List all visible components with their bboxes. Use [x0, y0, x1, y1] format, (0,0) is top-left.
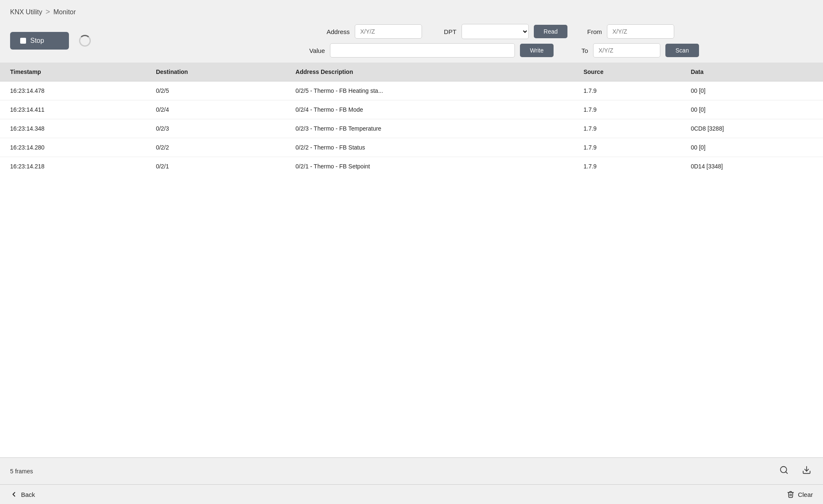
frames-count: 5 frames	[10, 468, 33, 475]
trash-icon	[787, 491, 794, 498]
from-label: From	[572, 28, 602, 35]
table-row: 16:23:14.2800/2/20/2/2 - Thermo - FB Sta…	[0, 138, 823, 157]
cell-timestamp: 16:23:14.411	[0, 100, 146, 119]
back-arrow-icon	[10, 491, 18, 498]
cell-address_description: 0/2/4 - Thermo - FB Mode	[285, 100, 573, 119]
cell-destination: 0/2/1	[146, 157, 285, 176]
clear-button[interactable]: Clear	[787, 491, 813, 498]
cell-destination: 0/2/2	[146, 138, 285, 157]
to-label: To	[559, 47, 588, 54]
cell-source: 1.7.9	[573, 119, 681, 138]
cell-source: 1.7.9	[573, 138, 681, 157]
cell-timestamp: 16:23:14.478	[0, 81, 146, 100]
cell-address_description: 0/2/5 - Thermo - FB Heating sta...	[285, 81, 573, 100]
col-source: Source	[573, 63, 681, 81]
cell-timestamp: 16:23:14.348	[0, 119, 146, 138]
cell-destination: 0/2/3	[146, 119, 285, 138]
address-label: Address	[320, 28, 350, 35]
cell-data: 00 [0]	[681, 138, 823, 157]
cell-data: 0CD8 [3288]	[681, 119, 823, 138]
bottom-bar: Back Clear	[0, 484, 823, 504]
address-controls: Address DPT Read From Value Write To Sca…	[98, 24, 813, 58]
footer-icons	[778, 464, 813, 478]
cell-data: 00 [0]	[681, 100, 823, 119]
stop-icon	[20, 38, 26, 44]
table-header-row: Timestamp Destination Address Descriptio…	[0, 63, 823, 81]
table-row: 16:23:14.2180/2/10/2/1 - Thermo - FB Set…	[0, 157, 823, 176]
stop-button[interactable]: Stop	[10, 32, 69, 50]
scan-button[interactable]: Scan	[665, 44, 699, 57]
table-row: 16:23:14.3480/2/30/2/3 - Thermo - FB Tem…	[0, 119, 823, 138]
stop-label: Stop	[30, 37, 44, 45]
cell-address_description: 0/2/3 - Thermo - FB Temperature	[285, 119, 573, 138]
read-button[interactable]: Read	[534, 25, 567, 38]
cell-address_description: 0/2/2 - Thermo - FB Status	[285, 138, 573, 157]
page-title: Monitor	[53, 8, 76, 16]
cell-source: 1.7.9	[573, 157, 681, 176]
cell-destination: 0/2/5	[146, 81, 285, 100]
app-name: KNX Utility	[10, 8, 42, 16]
table-row: 16:23:14.4780/2/50/2/5 - Thermo - FB Hea…	[0, 81, 823, 100]
controls-bar: Stop Address DPT Read From Value Write T…	[0, 21, 823, 63]
svg-line-1	[786, 472, 787, 473]
cell-source: 1.7.9	[573, 100, 681, 119]
monitor-table-container: Timestamp Destination Address Descriptio…	[0, 63, 823, 457]
address-row: Address DPT Read From	[320, 24, 674, 39]
loading-spinner	[79, 35, 91, 47]
breadcrumb-separator: >	[45, 8, 50, 16]
from-input[interactable]	[607, 24, 674, 39]
write-button[interactable]: Write	[520, 44, 554, 57]
breadcrumb: KNX Utility > Monitor	[0, 0, 823, 21]
cell-timestamp: 16:23:14.218	[0, 157, 146, 176]
col-data: Data	[681, 63, 823, 81]
col-destination: Destination	[146, 63, 285, 81]
monitor-table: Timestamp Destination Address Descriptio…	[0, 63, 823, 176]
footer-bar: 5 frames	[0, 457, 823, 484]
table-row: 16:23:14.4110/2/40/2/4 - Thermo - FB Mod…	[0, 100, 823, 119]
cell-address_description: 0/2/1 - Thermo - FB Setpoint	[285, 157, 573, 176]
col-address-description: Address Description	[285, 63, 573, 81]
cell-destination: 0/2/4	[146, 100, 285, 119]
dpt-label: DPT	[427, 28, 456, 35]
cell-data: 0D14 [3348]	[681, 157, 823, 176]
address-input[interactable]	[355, 24, 422, 39]
download-button[interactable]	[800, 464, 813, 478]
cell-data: 00 [0]	[681, 81, 823, 100]
search-button[interactable]	[778, 464, 790, 478]
cell-timestamp: 16:23:14.280	[0, 138, 146, 157]
back-button[interactable]: Back	[10, 491, 35, 498]
value-row: Value Write To Scan	[295, 43, 699, 58]
search-icon	[779, 465, 789, 475]
clear-label: Clear	[798, 491, 813, 498]
value-input[interactable]	[330, 43, 515, 58]
dpt-select[interactable]	[462, 24, 529, 39]
download-icon	[802, 465, 811, 475]
back-label: Back	[21, 491, 35, 498]
value-label: Value	[295, 47, 325, 54]
cell-source: 1.7.9	[573, 81, 681, 100]
col-timestamp: Timestamp	[0, 63, 146, 81]
to-input[interactable]	[593, 43, 660, 58]
